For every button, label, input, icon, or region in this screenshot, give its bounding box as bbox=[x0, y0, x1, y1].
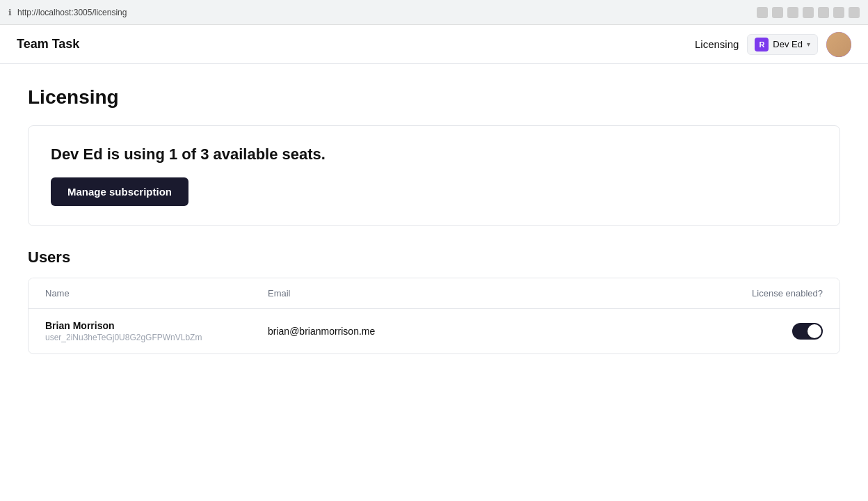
info-icon: ℹ bbox=[8, 8, 12, 17]
user-name-cell: Brian Morrison user_2iNu3heTeGj0U8G2gGFP… bbox=[45, 320, 268, 342]
user-email-cell: brian@brianmorrison.me bbox=[268, 326, 698, 337]
manage-subscription-button[interactable]: Manage subscription bbox=[51, 177, 188, 206]
browser-ext-icon-2[interactable] bbox=[772, 7, 783, 18]
users-section-title: Users bbox=[28, 248, 840, 267]
license-toggle[interactable] bbox=[792, 323, 823, 340]
main-content: Licensing Dev Ed is using 1 of 3 availab… bbox=[0, 64, 868, 376]
subscription-card: Dev Ed is using 1 of 3 available seats. … bbox=[28, 125, 840, 226]
column-header-email: Email bbox=[268, 288, 698, 299]
subscription-seats-text: Dev Ed is using 1 of 3 available seats. bbox=[51, 145, 817, 164]
toggle-thumb bbox=[807, 324, 821, 338]
user-email: brian@brianmorrison.me bbox=[268, 326, 375, 337]
user-name: Brian Morrison bbox=[45, 320, 268, 331]
table-header: Name Email License enabled? bbox=[29, 278, 839, 309]
header-right: Licensing R Dev Ed ▾ bbox=[695, 32, 851, 57]
users-section: Users Name Email License enabled? Brian … bbox=[28, 248, 840, 354]
browser-ext-icon-7[interactable] bbox=[849, 7, 860, 18]
chevron-down-icon: ▾ bbox=[807, 40, 810, 48]
header-page-title: Licensing bbox=[695, 38, 739, 50]
users-table: Name Email License enabled? Brian Morris… bbox=[28, 278, 840, 354]
browser-toolbar-icons bbox=[757, 7, 860, 18]
page-title: Licensing bbox=[28, 86, 840, 109]
table-row: Brian Morrison user_2iNu3heTeGj0U8G2gGFP… bbox=[29, 309, 839, 353]
column-header-license: License enabled? bbox=[698, 288, 823, 299]
browser-ext-icon-3[interactable] bbox=[787, 7, 798, 18]
url-bar[interactable]: http://localhost:3005/licensing bbox=[17, 8, 127, 17]
app-logo[interactable]: Team Task bbox=[17, 37, 695, 51]
workspace-switcher[interactable]: R Dev Ed ▾ bbox=[747, 34, 818, 55]
toggle-track bbox=[792, 323, 823, 340]
avatar-image bbox=[826, 32, 851, 57]
browser-ext-icon-5[interactable] bbox=[818, 7, 829, 18]
browser-bar: ℹ http://localhost:3005/licensing bbox=[0, 0, 868, 25]
browser-ext-icon-6[interactable] bbox=[833, 7, 844, 18]
browser-ext-icon-4[interactable] bbox=[803, 7, 814, 18]
workspace-name: Dev Ed bbox=[773, 39, 803, 49]
user-id: user_2iNu3heTeGj0U8G2gGFPWnVLbZm bbox=[45, 333, 268, 342]
app-header: Team Task Licensing R Dev Ed ▾ bbox=[0, 25, 868, 64]
column-header-name: Name bbox=[45, 288, 268, 299]
license-toggle-cell bbox=[698, 323, 823, 340]
workspace-icon: R bbox=[755, 38, 769, 51]
avatar[interactable] bbox=[826, 32, 851, 57]
browser-ext-icon-1[interactable] bbox=[757, 7, 768, 18]
